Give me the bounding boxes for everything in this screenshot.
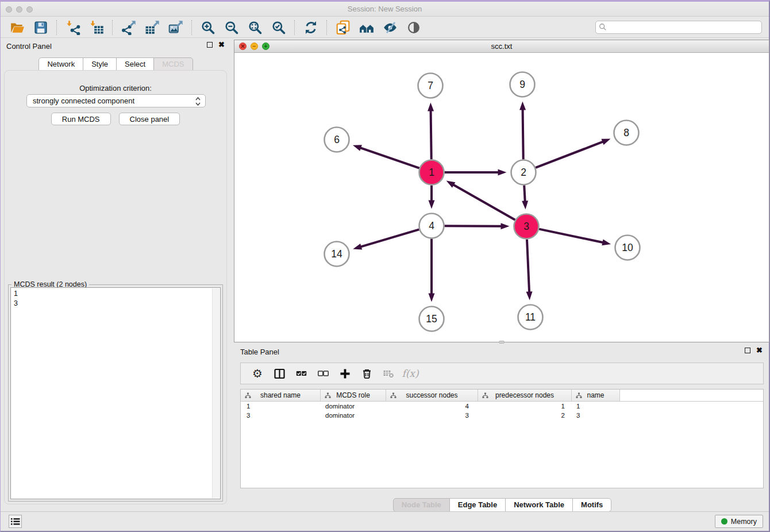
- edge-2-8[interactable]: [536, 141, 604, 168]
- graph-node-4[interactable]: 4: [419, 214, 444, 238]
- tab-network-table[interactable]: Network Table: [505, 498, 573, 512]
- table-cell[interactable]: 1: [478, 402, 572, 411]
- node-label: 8: [623, 127, 629, 138]
- node-label: 3: [523, 221, 529, 232]
- delete-table-button[interactable]: [381, 366, 396, 381]
- column-header-predecessor-nodes[interactable]: predecessor nodes: [478, 390, 572, 401]
- edge-4-14[interactable]: [360, 229, 419, 247]
- add-column-button[interactable]: [337, 366, 352, 381]
- select-all-icon: [296, 368, 307, 379]
- node-label: 10: [622, 242, 633, 253]
- refresh-layout-button[interactable]: [302, 19, 319, 36]
- network-canvas[interactable]: 1234678910111415: [234, 53, 769, 342]
- delete-column-icon: [361, 368, 372, 379]
- edge-arrow-icon: [446, 181, 456, 188]
- graph-node-3[interactable]: 3: [514, 214, 539, 239]
- tab-style[interactable]: Style: [83, 57, 117, 71]
- edge-2-3[interactable]: [524, 185, 525, 202]
- export-table-button[interactable]: [144, 19, 160, 36]
- edge-3-10[interactable]: [539, 229, 604, 243]
- graph-node-2[interactable]: 2: [511, 160, 536, 185]
- table-cell[interactable]: 1: [241, 402, 321, 411]
- task-history-button[interactable]: [9, 515, 22, 528]
- graph-node-15[interactable]: 15: [419, 307, 444, 331]
- table-cell[interactable]: 2: [478, 411, 572, 420]
- edge-2-9[interactable]: [523, 108, 523, 159]
- float-table-panel-icon[interactable]: [745, 348, 750, 353]
- edge-arrow-icon: [602, 239, 611, 245]
- edge-3-11[interactable]: [527, 239, 529, 293]
- duplicate-network-button[interactable]: [334, 19, 351, 36]
- table-cell[interactable]: 3: [386, 411, 478, 420]
- select-all-button[interactable]: [294, 366, 309, 381]
- table-cell[interactable]: dominator: [321, 411, 386, 420]
- node-table[interactable]: shared nameMCDS rolesuccessor nodesprede…: [240, 389, 764, 488]
- open-folder-button[interactable]: [9, 19, 25, 36]
- search-input[interactable]: [595, 21, 762, 34]
- toggle-view-button[interactable]: [405, 19, 422, 36]
- tab-motifs[interactable]: Motifs: [572, 498, 611, 512]
- hierarchy-icon: [482, 392, 488, 399]
- column-header-successor-nodes[interactable]: successor nodes: [386, 390, 478, 401]
- duplicate-network-icon: [336, 20, 351, 35]
- zoom-selected-button[interactable]: [270, 19, 287, 36]
- tab-edge-table[interactable]: Edge Table: [449, 498, 506, 512]
- zoom-fit-button[interactable]: [247, 19, 263, 36]
- dropdown-arrows-icon: [195, 97, 201, 106]
- edge-3-1[interactable]: [452, 184, 515, 220]
- zoom-in-button[interactable]: [199, 19, 216, 36]
- memory-button[interactable]: Memory: [715, 515, 763, 528]
- column-header-name[interactable]: name: [572, 390, 620, 401]
- edge-arrow-icon: [500, 223, 509, 229]
- result-scrollbar[interactable]: [212, 288, 220, 498]
- column-header-MCDS-role[interactable]: MCDS role: [321, 390, 386, 401]
- deselect-all-button[interactable]: [315, 366, 330, 381]
- import-network-button[interactable]: [64, 19, 81, 36]
- first-neighbors-button[interactable]: [358, 19, 375, 36]
- graph-node-10[interactable]: 10: [615, 236, 640, 260]
- close-table-panel-icon[interactable]: ✖: [756, 348, 763, 353]
- zoom-out-icon: [224, 20, 239, 35]
- import-table-button[interactable]: [88, 19, 105, 36]
- table-cell[interactable]: dominator: [321, 402, 386, 411]
- network-view-titlebar[interactable]: ✕ − + scc.txt: [234, 40, 769, 53]
- graph-node-9[interactable]: 9: [510, 72, 535, 97]
- float-panel-icon[interactable]: [207, 42, 213, 48]
- tab-mcds[interactable]: MCDS: [153, 57, 192, 71]
- table-row[interactable]: 3dominator323: [241, 411, 763, 420]
- run-mcds-button[interactable]: Run MCDS: [51, 113, 111, 125]
- gear-button[interactable]: ⚙: [250, 366, 265, 381]
- graph-node-8[interactable]: 8: [614, 121, 639, 145]
- function-builder-button[interactable]: f(x): [403, 366, 418, 381]
- edge-1-7[interactable]: [431, 109, 432, 159]
- column-header-shared-name[interactable]: shared name: [241, 390, 321, 401]
- graph-node-1[interactable]: 1: [419, 160, 444, 185]
- edge-1-6[interactable]: [359, 148, 419, 168]
- optimization-criterion-dropdown[interactable]: strongly connected component: [26, 94, 206, 107]
- tab-select[interactable]: Select: [116, 57, 154, 71]
- graph-node-14[interactable]: 14: [325, 242, 349, 267]
- optimization-criterion-label: Optimization criterion:: [5, 84, 226, 92]
- edge-4-3[interactable]: [444, 226, 502, 226]
- table-cell[interactable]: 4: [386, 402, 478, 411]
- export-image-button[interactable]: [167, 19, 184, 36]
- table-row[interactable]: 1dominator411: [241, 402, 763, 411]
- hide-panels-button[interactable]: [382, 19, 398, 36]
- table-cell[interactable]: 3: [572, 411, 620, 420]
- table-cell[interactable]: 1: [572, 402, 620, 411]
- edge-arrow-icon: [522, 201, 528, 209]
- export-network-button[interactable]: [120, 19, 137, 36]
- graph-node-7[interactable]: 7: [418, 74, 443, 98]
- tab-node-table[interactable]: Node Table: [393, 498, 450, 512]
- delete-column-button[interactable]: [359, 366, 374, 381]
- graph-node-6[interactable]: 6: [325, 128, 349, 152]
- close-panel-icon[interactable]: ✖: [218, 42, 225, 48]
- graph-node-11[interactable]: 11: [518, 305, 543, 330]
- split-columns-button[interactable]: [272, 366, 287, 381]
- tab-network[interactable]: Network: [38, 57, 83, 71]
- mcds-result-text[interactable]: 1 3: [10, 287, 221, 499]
- close-panel-button[interactable]: Close panel: [119, 113, 180, 125]
- zoom-out-button[interactable]: [223, 19, 240, 36]
- table-cell[interactable]: 3: [241, 411, 321, 420]
- save-button[interactable]: [32, 19, 49, 36]
